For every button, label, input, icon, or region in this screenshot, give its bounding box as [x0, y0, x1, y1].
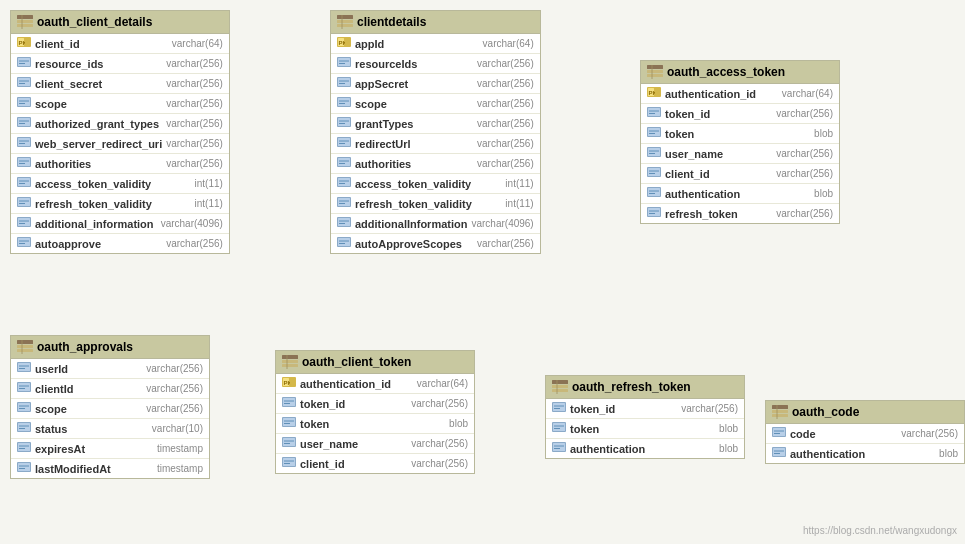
svg-rect-7 [25, 39, 30, 45]
field-icon [17, 156, 31, 171]
field-row: resourceIds varchar(256) [331, 54, 540, 74]
svg-rect-125 [648, 208, 660, 216]
svg-rect-1 [17, 20, 33, 23]
field-icon [772, 426, 786, 441]
field-icon [17, 381, 31, 396]
field-icon [17, 76, 31, 91]
field-type: varchar(256) [776, 208, 833, 219]
field-type: varchar(256) [166, 78, 223, 89]
field-row: code varchar(256) [766, 424, 964, 444]
table-header-clientdetails: clientdetails [331, 11, 540, 34]
field-type: varchar(256) [901, 428, 958, 439]
table-name: oauth_approvals [37, 340, 133, 354]
field-icon [552, 421, 566, 436]
field-icon [337, 56, 351, 71]
svg-rect-182 [552, 389, 568, 392]
field-icon [337, 96, 351, 111]
field-type: varchar(256) [411, 438, 468, 449]
field-icon: PK [282, 376, 296, 391]
table-oauth_client_details: oauth_client_details PK client_id varcha… [10, 10, 230, 254]
table-oauth_access_token: oauth_access_token PK authentication_id … [640, 60, 840, 224]
svg-rect-173 [283, 438, 295, 446]
field-name: scope [35, 98, 162, 110]
field-row: web_server_redirect_uri varchar(256) [11, 134, 229, 154]
table-header-oauth_access_token: oauth_access_token [641, 61, 839, 84]
field-row: additional_information varchar(4096) [11, 214, 229, 234]
field-row: refresh_token varchar(256) [641, 204, 839, 223]
field-name: client_secret [35, 78, 162, 90]
svg-rect-128 [17, 340, 33, 344]
field-type: int(11) [505, 178, 533, 189]
svg-rect-85 [338, 198, 350, 206]
table-header-oauth_approvals: oauth_approvals [11, 336, 209, 359]
field-row: resource_ids varchar(256) [11, 54, 229, 74]
table-name: oauth_refresh_token [572, 380, 691, 394]
field-row: token_id varchar(256) [276, 394, 474, 414]
svg-rect-137 [18, 383, 30, 391]
field-type: varchar(64) [782, 88, 833, 99]
field-row: token blob [276, 414, 474, 434]
field-row: scope varchar(256) [11, 399, 209, 419]
field-row: userId varchar(256) [11, 359, 209, 379]
field-row: additionalInformation varchar(4096) [331, 214, 540, 234]
svg-rect-93 [338, 238, 350, 246]
field-type: blob [814, 128, 833, 139]
field-row: authentication blob [546, 439, 744, 458]
field-name: token [570, 423, 715, 435]
field-row: user_name varchar(256) [641, 144, 839, 164]
field-icon: PK [337, 36, 351, 51]
svg-rect-145 [18, 423, 30, 431]
field-name: userId [35, 363, 142, 375]
field-type: int(11) [195, 178, 223, 189]
field-type: varchar(256) [477, 98, 534, 109]
field-icon [17, 421, 31, 436]
svg-rect-61 [338, 78, 350, 86]
field-name: client_id [300, 458, 407, 470]
field-type: varchar(4096) [471, 218, 533, 229]
field-icon [647, 186, 661, 201]
svg-rect-133 [18, 363, 30, 371]
table-name: oauth_code [792, 405, 859, 419]
field-type: blob [814, 188, 833, 199]
field-type: varchar(256) [166, 118, 223, 129]
svg-rect-25 [18, 138, 30, 146]
field-row: authorities varchar(256) [331, 154, 540, 174]
svg-rect-48 [337, 15, 353, 19]
field-type: varchar(256) [477, 78, 534, 89]
field-type: varchar(64) [483, 38, 534, 49]
field-row: authentication blob [641, 184, 839, 204]
svg-rect-205 [773, 448, 785, 456]
field-type: varchar(256) [477, 118, 534, 129]
field-name: code [790, 428, 897, 440]
field-name: scope [35, 403, 142, 415]
field-icon: PK [647, 86, 661, 101]
field-icon [282, 456, 296, 471]
field-type: varchar(256) [681, 403, 738, 414]
field-name: authentication_id [300, 378, 413, 390]
field-row: access_token_validity int(11) [331, 174, 540, 194]
field-name: authorized_grant_types [35, 118, 162, 130]
svg-rect-198 [772, 414, 788, 417]
field-icon [647, 206, 661, 221]
field-icon [282, 396, 296, 411]
field-row: access_token_validity int(11) [11, 174, 229, 194]
svg-rect-57 [338, 58, 350, 66]
svg-rect-41 [18, 218, 30, 226]
svg-rect-196 [772, 405, 788, 409]
svg-rect-33 [18, 178, 30, 186]
field-type: int(11) [195, 198, 223, 209]
svg-rect-149 [18, 443, 30, 451]
svg-rect-193 [553, 443, 565, 451]
field-name: redirectUrl [355, 138, 473, 150]
field-icon [17, 196, 31, 211]
svg-rect-50 [337, 24, 353, 27]
field-row: client_id varchar(256) [641, 164, 839, 184]
svg-rect-105 [648, 108, 660, 116]
table-oauth_code: oauth_code code varchar(256) authenticat… [765, 400, 965, 464]
field-type: varchar(256) [477, 238, 534, 249]
field-name: token_id [570, 403, 677, 415]
svg-rect-165 [283, 398, 295, 406]
field-name: resource_ids [35, 58, 162, 70]
svg-rect-9 [18, 58, 30, 66]
table-name: clientdetails [357, 15, 426, 29]
